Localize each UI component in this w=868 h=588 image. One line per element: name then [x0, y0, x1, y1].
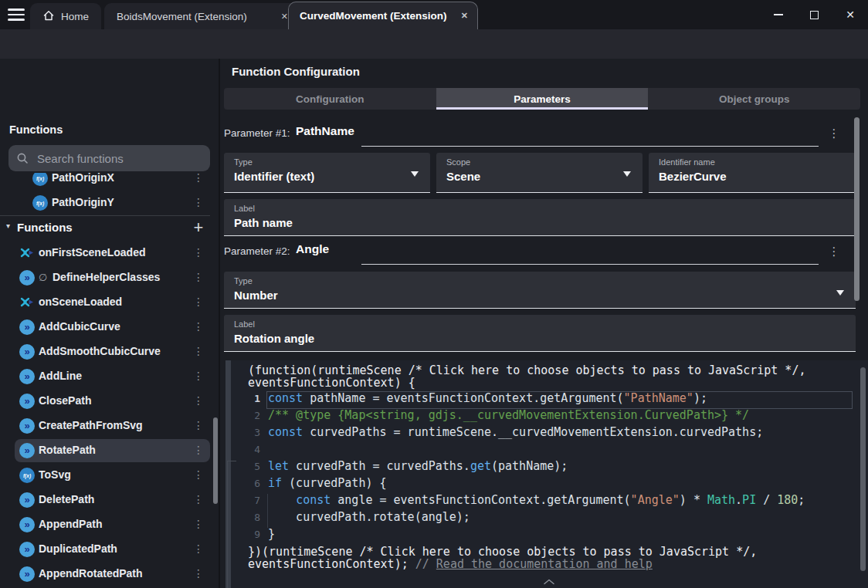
- item-menu-icon[interactable]: [193, 345, 204, 357]
- item-menu-icon[interactable]: [193, 567, 204, 580]
- collapse-arrow-icon[interactable]: [6, 221, 10, 230]
- window-close-button[interactable]: [840, 6, 860, 23]
- parameter-2-menu-icon[interactable]: [828, 245, 840, 259]
- item-menu-icon[interactable]: [193, 173, 204, 184]
- param2-label-field[interactable]: Label Rotation angle: [224, 315, 856, 352]
- item-menu-icon[interactable]: [193, 542, 204, 555]
- tab-home[interactable]: Home: [30, 3, 101, 29]
- tab-curvedmovement[interactable]: CurvedMovement (Extension): [288, 2, 478, 29]
- functions-list: PathOriginX PathOriginY Functions onFirs…: [0, 173, 219, 588]
- function-item-deletepath[interactable]: DeletePath: [0, 488, 219, 512]
- tab-label: BoidsMovement (Extension): [117, 11, 247, 22]
- tab-parameters[interactable]: Parameters: [436, 88, 649, 110]
- param1-scope-select[interactable]: Scope Scene: [436, 153, 643, 193]
- action-function-icon: [19, 517, 35, 532]
- item-menu-icon[interactable]: [193, 271, 204, 283]
- gdevelop-window: Home BoidsMovement (Extension) CurvedMov…: [0, 0, 868, 588]
- expression-function-icon: [32, 173, 48, 186]
- panel-title: Function Configuration: [232, 65, 360, 78]
- functions-section-header[interactable]: Functions: [0, 216, 219, 241]
- function-item-appendpath[interactable]: AppendPath: [0, 512, 219, 537]
- function-item-addcubiccurve[interactable]: AddCubicCurve: [0, 315, 219, 340]
- code-line[interactable]: 1const pathName = eventsFunctionContext.…: [231, 391, 868, 408]
- item-menu-icon[interactable]: [193, 246, 204, 259]
- titlebar: Home BoidsMovement (Extension) CurvedMov…: [0, 0, 868, 29]
- code-header[interactable]: (function(runtimeScene /* Click here to …: [248, 364, 805, 389]
- function-item-createpathfromsvg[interactable]: CreatePathFromSvg: [0, 414, 219, 438]
- search-icon: [16, 152, 29, 164]
- window-minimize-button[interactable]: [768, 6, 788, 23]
- function-item-onfirstsceneloaded[interactable]: onFirstSceneLoaded: [0, 241, 219, 265]
- window-maximize-button[interactable]: [804, 6, 824, 23]
- item-menu-icon[interactable]: [193, 444, 204, 456]
- add-function-icon[interactable]: [190, 218, 207, 238]
- tab-boidsmovement[interactable]: BoidsMovement (Extension): [104, 3, 297, 29]
- configuration-tabs: Configuration Parameters Object groups: [224, 88, 860, 110]
- action-function-icon: [19, 418, 35, 434]
- lifecycle-function-icon: [19, 295, 35, 310]
- parameter-1-name-field[interactable]: PathName: [296, 124, 354, 138]
- code-line[interactable]: 8 curvedPath.rotate(angle);: [231, 510, 868, 527]
- item-menu-icon[interactable]: [193, 296, 204, 308]
- code-line[interactable]: 3const curvedPaths = runtimeScene.__curv…: [231, 425, 868, 442]
- function-item-pathoriginx[interactable]: PathOriginX: [0, 173, 219, 191]
- function-item-addline[interactable]: AddLine: [0, 364, 219, 389]
- documentation-link[interactable]: Read the documentation and help: [436, 557, 653, 571]
- code-footer[interactable]: })(runtimeScene /* Click here to choose …: [248, 546, 757, 570]
- action-function-icon: [19, 542, 35, 557]
- collapse-editor-chevron-icon[interactable]: [543, 574, 555, 588]
- parameter-2-name-field[interactable]: Angle: [296, 242, 329, 256]
- tab-label: CurvedMovement (Extension): [300, 10, 447, 22]
- parameter-1-menu-icon[interactable]: [828, 127, 840, 140]
- indent-guide: [267, 494, 268, 528]
- item-menu-icon[interactable]: [193, 468, 204, 481]
- lifecycle-function-icon: [19, 245, 35, 261]
- param2-type-select[interactable]: Type Number: [224, 272, 856, 309]
- function-item-appendrotatedpath[interactable]: AppendRotatedPath: [0, 562, 219, 586]
- code-line[interactable]: 6if (curvedPath) {: [231, 476, 868, 493]
- search-functions-input[interactable]: [36, 151, 202, 166]
- action-function-icon: [19, 394, 35, 409]
- code-line[interactable]: 4: [231, 442, 868, 459]
- function-item-rotatepath[interactable]: RotatePath: [0, 438, 219, 463]
- item-menu-icon[interactable]: [193, 419, 204, 431]
- code-line[interactable]: 2/** @type {Map<string, gdjs.__curvedMov…: [231, 408, 868, 425]
- function-item-closepath[interactable]: ClosePath: [0, 389, 219, 414]
- item-menu-icon[interactable]: [193, 493, 204, 505]
- param1-label-field[interactable]: Label Path name: [224, 199, 856, 236]
- item-menu-icon[interactable]: [193, 394, 204, 407]
- event-guide-line: [227, 461, 236, 461]
- event-guide-line: [227, 461, 228, 588]
- tab-object-groups[interactable]: Object groups: [648, 88, 860, 110]
- item-menu-icon[interactable]: [193, 370, 204, 382]
- function-item-tosvg[interactable]: ToSvg: [0, 463, 219, 488]
- code-line[interactable]: 9}: [231, 527, 868, 544]
- function-item-onsceneloaded[interactable]: onSceneLoaded: [0, 290, 219, 315]
- code-line[interactable]: 5let curvedPath = curvedPaths.get(pathNa…: [231, 459, 868, 476]
- dropdown-caret-icon[interactable]: [836, 290, 844, 296]
- function-item-definehelperclasses[interactable]: ∅ DefineHelperClasses: [0, 265, 219, 290]
- param1-identifier-name-field[interactable]: Identifier name BezierCurve: [649, 153, 856, 193]
- function-item-addsmoothcubiccurve[interactable]: AddSmoothCubicCurve: [0, 340, 219, 364]
- tab-configuration[interactable]: Configuration: [224, 88, 436, 110]
- code-line[interactable]: 7 const angle = eventsFunctionContext.ge…: [231, 493, 868, 510]
- parameters-scrollbar[interactable]: [854, 117, 860, 301]
- dropdown-caret-icon[interactable]: [411, 171, 419, 177]
- code-scrollbar[interactable]: [860, 367, 866, 571]
- item-menu-icon[interactable]: [193, 518, 204, 530]
- item-menu-icon[interactable]: [193, 196, 204, 208]
- param1-type-select[interactable]: Type Identifier (text): [224, 153, 430, 193]
- sidebar-scrollbar[interactable]: [213, 417, 218, 504]
- function-item-duplicatedpath[interactable]: DuplicatedPath: [0, 537, 219, 562]
- close-tab-icon[interactable]: [281, 12, 288, 22]
- action-function-icon: [19, 369, 35, 384]
- dropdown-caret-icon[interactable]: [623, 171, 631, 177]
- search-functions-box[interactable]: [8, 145, 210, 171]
- tab-label: Home: [61, 11, 89, 22]
- toolbar: Preview Share: [0, 29, 868, 59]
- item-menu-icon[interactable]: [193, 320, 204, 333]
- javascript-code-editor[interactable]: (function(runtimeScene /* Click here to …: [231, 360, 868, 588]
- function-item-pathoriginy[interactable]: PathOriginY: [0, 191, 219, 215]
- main-menu-icon[interactable]: [8, 8, 25, 21]
- close-tab-icon[interactable]: [461, 11, 468, 21]
